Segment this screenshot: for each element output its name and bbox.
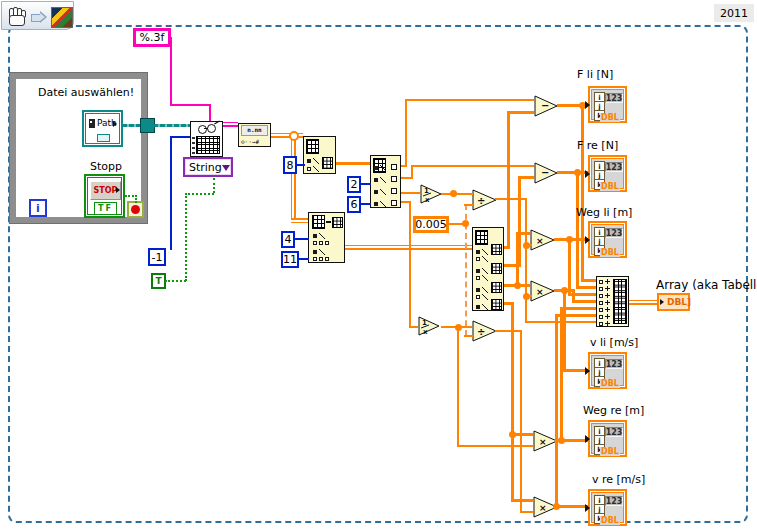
wire bbox=[560, 307, 596, 310]
reciprocal-node[interactable]: 1x bbox=[418, 316, 441, 337]
wire bbox=[135, 195, 137, 203]
wire bbox=[495, 330, 522, 332]
svg-text:÷: ÷ bbox=[477, 195, 485, 206]
subarray-icon bbox=[491, 282, 502, 293]
polymorphic-selector-dropdown[interactable]: String bbox=[183, 157, 233, 177]
svg-text:x: x bbox=[425, 196, 430, 204]
wire bbox=[525, 198, 527, 323]
wire bbox=[409, 326, 418, 328]
svg-text:−: − bbox=[541, 167, 549, 178]
wire bbox=[361, 203, 371, 205]
indicator-f-li[interactable]: i j k 123 DBL bbox=[588, 86, 627, 123]
wire bbox=[464, 335, 473, 337]
length-constant-11[interactable]: 11 bbox=[281, 251, 299, 268]
subtract-node[interactable]: − bbox=[534, 94, 559, 118]
index-array-node-1[interactable] bbox=[303, 136, 336, 174]
indicator-v-li[interactable]: i j k 123 DBL bbox=[588, 352, 627, 389]
subarray-icon bbox=[491, 263, 502, 274]
wire-junction bbox=[566, 236, 573, 243]
string-to-number-node[interactable]: n.nn ⊙··→# bbox=[238, 123, 271, 147]
indicator-label: Weg re [m] bbox=[583, 404, 644, 417]
boolean-type-text: TF bbox=[98, 204, 113, 213]
array-icon bbox=[613, 279, 627, 324]
build-array-node[interactable] bbox=[596, 276, 629, 327]
wire bbox=[563, 290, 566, 371]
subarray-icon bbox=[491, 244, 502, 255]
wire bbox=[581, 105, 584, 280]
wire bbox=[516, 232, 530, 235]
wire bbox=[576, 172, 579, 287]
wire bbox=[172, 136, 190, 138]
svg-text:−: − bbox=[541, 100, 549, 111]
dt-constant[interactable]: 0.005 bbox=[413, 216, 449, 233]
run-arrow-icon[interactable] bbox=[31, 11, 47, 23]
wire-junction bbox=[509, 431, 516, 438]
wire-junction bbox=[289, 131, 299, 141]
subtract-node[interactable]: − bbox=[534, 161, 559, 185]
index-array-node-2[interactable] bbox=[370, 155, 401, 208]
loop-condition-terminal[interactable] bbox=[127, 201, 144, 218]
wire-junction bbox=[553, 503, 560, 510]
wire bbox=[520, 511, 533, 513]
wire bbox=[555, 314, 596, 317]
wire bbox=[518, 176, 534, 179]
indicator-weg-li[interactable]: i j k 123 DBL bbox=[588, 221, 627, 258]
wire bbox=[401, 192, 420, 194]
wire bbox=[299, 258, 309, 260]
wire bbox=[507, 111, 510, 249]
svg-text:×: × bbox=[539, 503, 547, 513]
wire bbox=[185, 193, 214, 195]
wire bbox=[507, 111, 534, 114]
pan-hand-icon[interactable] bbox=[8, 7, 27, 27]
path-glyph-icon bbox=[97, 134, 110, 142]
wire bbox=[122, 124, 141, 127]
wire bbox=[291, 218, 308, 223]
true-constant[interactable]: T bbox=[151, 273, 166, 289]
indicator-f-re[interactable]: i j k 123 DBL bbox=[588, 155, 627, 192]
wire bbox=[153, 124, 190, 127]
wire bbox=[576, 286, 596, 289]
indicator-v-re[interactable]: i j k 123 DBL bbox=[588, 489, 627, 526]
wire bbox=[572, 300, 596, 303]
indicator-weg-re[interactable]: i j k 123 DBL bbox=[588, 420, 627, 457]
array-indicator-terminal[interactable]: DBL] bbox=[657, 293, 690, 311]
index-array-node-3[interactable] bbox=[472, 227, 504, 311]
vi-snippet-icon[interactable] bbox=[51, 7, 73, 28]
reciprocal-node[interactable]: 1x bbox=[420, 184, 443, 205]
minus-one-constant[interactable]: -1 bbox=[148, 248, 166, 266]
iteration-terminal[interactable]: i bbox=[29, 199, 47, 217]
multiply-node[interactable]: × bbox=[530, 228, 556, 252]
wire bbox=[405, 99, 534, 101]
wire-junction bbox=[523, 293, 530, 300]
index-constant-2[interactable]: 2 bbox=[347, 176, 361, 193]
svg-text:×: × bbox=[539, 437, 547, 447]
wire bbox=[411, 165, 534, 167]
indicator-label: Weg li [m] bbox=[576, 206, 632, 219]
convert-icon: ⊙··→# bbox=[241, 138, 259, 145]
wire bbox=[405, 99, 407, 167]
read-spreadsheet-file-node[interactable] bbox=[190, 121, 223, 157]
wire-junction bbox=[462, 220, 469, 227]
delete-from-array-node[interactable] bbox=[308, 212, 345, 263]
wire bbox=[495, 198, 527, 200]
path-control[interactable]: Path bbox=[82, 110, 123, 147]
indicator-label: v li [m/s] bbox=[590, 336, 638, 349]
wire bbox=[560, 307, 563, 441]
wire-junction bbox=[574, 169, 581, 176]
divide-node[interactable]: ÷ bbox=[472, 188, 498, 212]
wire bbox=[165, 280, 186, 282]
wire bbox=[411, 165, 413, 179]
stop-button[interactable]: STOP TF bbox=[84, 174, 125, 218]
subarray-icon bbox=[491, 299, 502, 310]
format-string-constant[interactable]: %.3f bbox=[133, 28, 171, 47]
index-constant-4[interactable]: 4 bbox=[281, 231, 295, 248]
svg-text:×: × bbox=[536, 236, 544, 246]
snippet-toolbar bbox=[1, 1, 74, 30]
stop-sign-icon bbox=[131, 205, 140, 214]
indicator-label: v re [m/s] bbox=[592, 473, 645, 486]
spreadsheet-grid-icon bbox=[196, 136, 220, 154]
index-constant-6[interactable]: 6 bbox=[347, 196, 361, 213]
chevron-down-icon bbox=[222, 165, 230, 175]
index-constant-8[interactable]: 8 bbox=[283, 156, 297, 174]
multiply-node[interactable]: × bbox=[530, 279, 556, 303]
